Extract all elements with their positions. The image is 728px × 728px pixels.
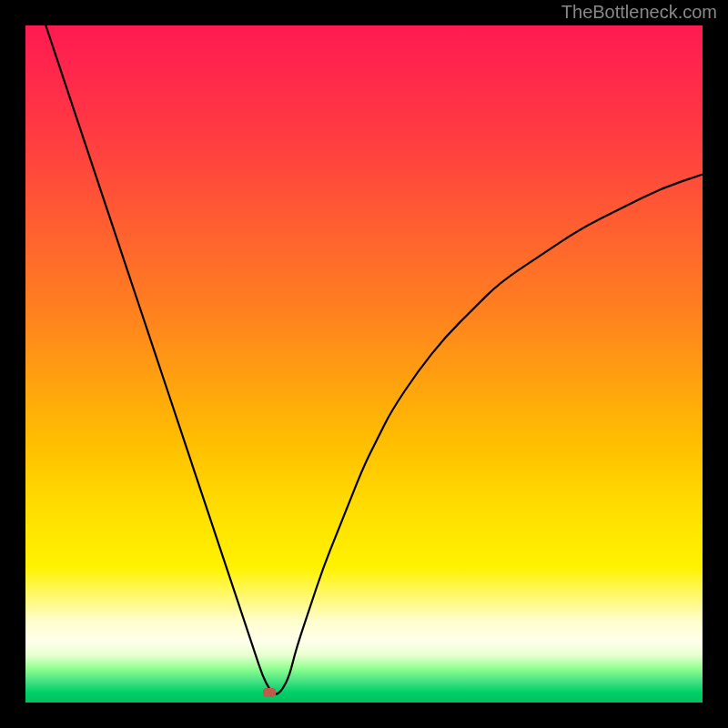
chart-plot-area xyxy=(25,25,703,703)
watermark-text: TheBottleneck.com xyxy=(561,2,717,23)
bottleneck-curve xyxy=(25,25,703,703)
optimum-marker xyxy=(263,688,276,697)
